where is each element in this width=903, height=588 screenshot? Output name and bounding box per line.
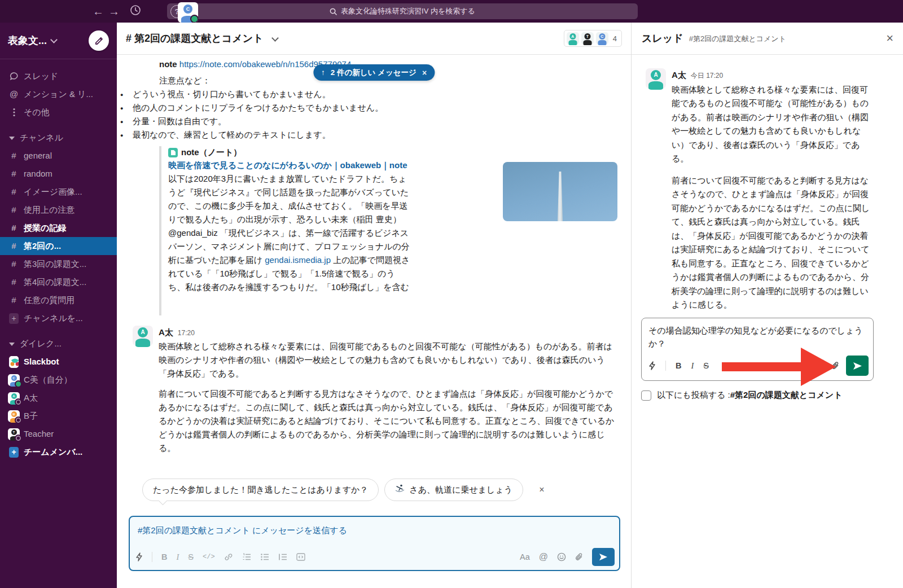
chevron-down-icon: [271, 34, 279, 42]
bold-button[interactable]: B: [161, 550, 167, 564]
online-status-dot: [190, 15, 198, 23]
message: A A太 17:20 映画体験として総称される様々な要素には、回復可能であるもの…: [133, 326, 617, 462]
sidebar-channel-session2-active[interactable]: #第2回の...: [0, 237, 117, 255]
ordered-list-button[interactable]: [242, 553, 251, 561]
suggestion-row: たった今参加しました！聞き逃したことはありますか？ さあ、軌道に乗せましょう ×: [142, 479, 631, 501]
link-preview-title[interactable]: 映画を倍速で見ることのなにがわるいのか｜obakeweb｜note: [168, 159, 412, 172]
avatar-letter: A: [569, 33, 576, 40]
sidebar-item-mentions[interactable]: @ メンション & リ...: [0, 85, 117, 103]
channel-label: 授業の記録: [24, 222, 66, 234]
message-author[interactable]: A太: [159, 326, 173, 339]
sidebar-channel-class-records[interactable]: #授業の記録: [0, 219, 117, 237]
dm-label: A太: [24, 392, 38, 404]
workspace-switcher[interactable]: 表象文...: [0, 23, 117, 59]
sidebar-item-more[interactable]: その他: [0, 103, 117, 121]
sidebar-channel-questions[interactable]: #任意の質問用: [0, 291, 117, 309]
history-clock-icon[interactable]: [130, 5, 141, 18]
message-paragraph: 映画体験として総称される様々な要素には、回復可能であるものと回復不可能な（可能性…: [159, 340, 619, 380]
attach-file-icon[interactable]: [575, 552, 583, 561]
channel-label: 使用上の注意: [24, 204, 74, 216]
italic-button[interactable]: I: [691, 361, 694, 371]
mention-button[interactable]: @: [539, 550, 548, 564]
dm-avatar: A: [8, 392, 20, 404]
history-back-icon[interactable]: ←: [90, 5, 106, 18]
add-teammates-button[interactable]: +チームメンバ...: [0, 443, 117, 461]
message-content: A太 17:20 映画体験として総称される様々な要素には、回復可能であるものと回…: [159, 326, 619, 462]
search-input[interactable]: 表象文化論特殊研究演習IV 内を検索する: [167, 3, 638, 19]
message-timestamp[interactable]: 今日 17:20: [691, 69, 723, 83]
inline-link[interactable]: gendai.ismedia.jp: [265, 255, 331, 265]
suggestion-pill-joined[interactable]: たった今参加しました！聞き逃したことはありますか？: [142, 479, 379, 501]
dm-teacher[interactable]: T Teacher: [0, 425, 117, 443]
sidebar-item-threads[interactable]: スレッド: [0, 67, 117, 85]
sidebar-item-label: メンション & リ...: [24, 88, 93, 100]
italic-button[interactable]: I: [176, 550, 179, 564]
pill-label: たった今参加しました！聞き逃したことはありますか？: [153, 483, 368, 497]
new-messages-banner[interactable]: ↑ 2 件の新しい メッセージ ×: [313, 64, 435, 81]
channel-title[interactable]: # 第2回の課題文献とコメント: [126, 32, 278, 45]
sidebar-channel-usage-notes[interactable]: #使用上の注意: [0, 201, 117, 219]
shortcuts-lightning-icon[interactable]: [135, 552, 143, 561]
message-author[interactable]: A太: [672, 68, 686, 82]
history-forward-icon[interactable]: →: [106, 5, 122, 18]
sidebar-channel-random[interactable]: #random: [0, 165, 117, 183]
dm-self[interactable]: C C美（自分）: [0, 371, 117, 389]
close-thread-icon[interactable]: ×: [886, 31, 893, 46]
strikethrough-button[interactable]: S: [188, 550, 194, 564]
dismiss-suggestions-icon[interactable]: ×: [539, 483, 544, 497]
avatar-letter: C: [599, 33, 605, 40]
dm-section-header[interactable]: ダイレク...: [0, 335, 117, 353]
link-button[interactable]: [224, 552, 233, 561]
suggestion-pill-up-to-speed[interactable]: さあ、軌道に乗せましょう: [384, 479, 523, 501]
also-send-checkbox[interactable]: [641, 390, 651, 401]
message-avatar[interactable]: A: [646, 68, 666, 89]
shortcuts-lightning-icon[interactable]: [648, 361, 656, 370]
online-status-dot: [15, 380, 22, 388]
close-icon[interactable]: ×: [422, 66, 427, 80]
bulleted-list-button[interactable]: [260, 553, 269, 561]
channel-label: イメージ画像...: [24, 186, 82, 198]
code-button[interactable]: </>: [203, 550, 215, 564]
message-composer[interactable]: #第2回の課題文献とコメント にメッセージを送信する B I S </>: [129, 516, 620, 571]
thread-reply-composer[interactable]: その場合認知心理学の知見などが必要になるのでしょうか？ B I S Aa: [641, 318, 874, 381]
send-button[interactable]: [592, 548, 615, 566]
channels-section-header[interactable]: チャンネル: [0, 129, 117, 147]
sidebar-channel-general[interactable]: #general: [0, 147, 117, 165]
thread-pane: スレッド #第2回の課題文献とコメント × A A太 今日 17:20 映画体験…: [632, 23, 903, 588]
avatar-letter: T: [11, 429, 17, 435]
bold-button[interactable]: B: [676, 361, 681, 370]
channel-label: 第3回の課題文...: [24, 258, 86, 270]
sidebar-channel-session3[interactable]: #第3回の課題文...: [0, 255, 117, 273]
attach-file-icon[interactable]: [831, 361, 839, 370]
strikethrough-button[interactable]: S: [703, 361, 709, 370]
user-avatar[interactable]: C: [178, 2, 198, 23]
dm-label: Slackbot: [24, 356, 59, 368]
add-channel-button[interactable]: +チャンネルを...: [0, 309, 117, 327]
body-text: 以下は2020年3月に書いたまま放置していたドラフトだ。ちょうど『現代ビジネス』…: [168, 174, 410, 265]
dm-b-ko[interactable]: B B子: [0, 407, 117, 425]
message-avatar[interactable]: A: [133, 326, 153, 346]
slackbot-avatar: [9, 356, 19, 368]
text-format-button[interactable]: Aa: [520, 550, 530, 564]
new-message-button[interactable]: [89, 30, 109, 51]
message-timestamp[interactable]: 17:20: [178, 326, 195, 340]
dm-slackbot[interactable]: Slackbot: [0, 353, 117, 371]
thread-channel-subtitle[interactable]: #第2回の課題文献とコメント: [689, 34, 786, 44]
blockquote-button[interactable]: [278, 553, 287, 561]
avatar-body: [598, 40, 606, 45]
bullet-item: 分量・回数は自由です。: [117, 115, 631, 128]
sidebar-channel-image[interactable]: #イメージ画像...: [0, 183, 117, 201]
text-format-button[interactable]: Aa: [805, 359, 825, 372]
channel-title-text: # 第2回の課題文献とコメント: [126, 32, 264, 45]
link-preview-thumbnail[interactable]: [503, 162, 617, 221]
offline-status-dot: [15, 398, 22, 406]
emoji-button[interactable]: [557, 552, 566, 561]
reply-send-button[interactable]: [846, 356, 869, 376]
avatar-letter: A: [11, 393, 17, 399]
member-count-button[interactable]: A T C 4: [564, 30, 622, 47]
dm-a-ta[interactable]: A A太: [0, 389, 117, 407]
sidebar-channel-session4[interactable]: #第4回の課題文...: [0, 273, 117, 291]
message-list: ↑ 2 件の新しい メッセージ × note https://note.com/…: [117, 55, 631, 588]
code-block-button[interactable]: [296, 553, 305, 561]
also-send-text: 以下にも投稿する :: [657, 390, 730, 400]
